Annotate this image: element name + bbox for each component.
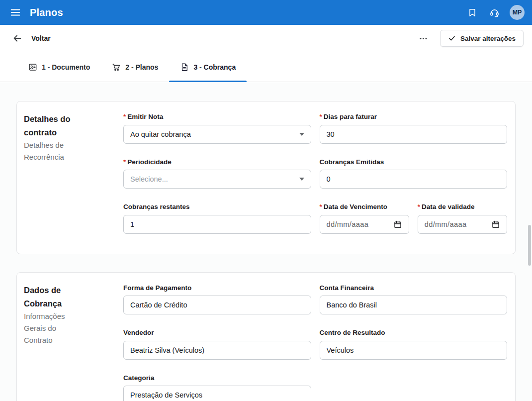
field-label: * Data de validade: [418, 202, 507, 211]
field-label: Cobranças restantes: [123, 202, 311, 211]
card-subtitle: Detalhes de Recorrência: [24, 139, 85, 163]
emitir-nota-select[interactable]: Ao quitar cobrança: [123, 125, 311, 144]
back-label: Voltar: [31, 34, 51, 42]
tab-cobranca[interactable]: 3 - Cobrança: [169, 52, 247, 82]
dropdown-arrow-icon: [299, 133, 304, 136]
calendar-icon[interactable]: [491, 220, 500, 229]
field-label: Forma de Pagamento: [123, 284, 311, 293]
categoria-input[interactable]: [123, 386, 311, 401]
required-marker: *: [123, 112, 126, 121]
contact-card-icon: [28, 63, 37, 72]
data-validade-input[interactable]: dd/mm/aaaa: [418, 215, 507, 234]
forma-pagamento-input[interactable]: [123, 296, 311, 314]
field-forma-pagamento: Forma de Pagamento: [123, 284, 311, 315]
field-label: * Data de Vencimento: [320, 202, 409, 211]
date-placeholder: dd/mm/aaaa: [425, 220, 467, 228]
menu-icon[interactable]: [8, 5, 23, 20]
card-title: Detalhes do contrato: [24, 112, 85, 139]
field-data-vencimento: * Data de Vencimento dd/mm/aaaa: [320, 202, 409, 234]
vendedor-input[interactable]: [123, 341, 311, 360]
back-button[interactable]: Voltar: [10, 31, 51, 46]
cobrancas-restantes-input[interactable]: [123, 215, 311, 234]
app-bar: Planos MP: [0, 0, 532, 25]
cobrancas-emitidas-input[interactable]: [320, 170, 508, 189]
page-title: Planos: [30, 7, 63, 18]
field-label: Categoria: [123, 374, 311, 383]
field-cobrancas-restantes: Cobranças restantes: [123, 202, 311, 234]
contract-details-card: Detalhes do contrato Detalhes de Recorrê…: [16, 101, 516, 254]
card-side: Dados de Cobrança Informações Gerais do …: [24, 284, 123, 401]
field-categoria: Categoria: [123, 374, 311, 401]
avatar[interactable]: MP: [510, 5, 525, 20]
field-periodicidade: * Periodicidade Selecione...: [123, 158, 311, 189]
appbar-actions: MP: [465, 5, 525, 20]
toolbar: Voltar Salvar alterações: [0, 25, 532, 52]
data-vencimento-input[interactable]: dd/mm/aaaa: [320, 215, 409, 234]
card-title: Dados de Cobrança: [24, 284, 85, 310]
billing-data-card: Dados de Cobrança Informações Gerais do …: [16, 272, 516, 401]
required-marker: *: [320, 202, 322, 211]
empty-cell: [320, 374, 508, 401]
dias-para-faturar-input[interactable]: [320, 125, 508, 144]
required-marker: *: [418, 202, 420, 211]
document-icon: [180, 63, 189, 72]
save-button-label: Salvar alterações: [460, 35, 516, 42]
field-cobrancas-emitidas: Cobranças Emitidas: [320, 158, 508, 189]
field-label: * Periodicidade: [123, 158, 311, 167]
select-placeholder: Selecione...: [130, 175, 168, 183]
shopping-cart-icon: [112, 63, 121, 72]
field-conta-financeira: Conta Financeira: [320, 284, 508, 315]
card-form: Forma de Pagamento Conta Financeira Vend…: [123, 284, 507, 401]
required-marker: *: [320, 112, 322, 121]
card-side: Detalhes do contrato Detalhes de Recorrê…: [24, 112, 123, 234]
arrow-left-icon: [10, 31, 25, 46]
field-label: Centro de Resultado: [320, 328, 508, 337]
tab-label: 3 - Cobrança: [193, 63, 236, 71]
date-pair: * Data de Vencimento dd/mm/aaaa * Data d…: [320, 202, 508, 234]
check-icon: [448, 34, 456, 42]
field-label: Cobranças Emitidas: [320, 158, 508, 167]
calendar-icon[interactable]: [393, 220, 402, 229]
field-label: * Dias para faturar: [320, 112, 508, 121]
dropdown-arrow-icon: [299, 178, 304, 181]
tab-label: 2 - Planos: [125, 63, 158, 71]
field-dias-para-faturar: * Dias para faturar: [320, 112, 508, 144]
date-placeholder: dd/mm/aaaa: [327, 220, 369, 228]
field-centro-resultado: Centro de Resultado: [320, 328, 508, 360]
field-label: * Emitir Nota: [123, 112, 311, 121]
support-headset-icon[interactable]: [487, 5, 502, 20]
tab-bar: 1 - Documento 2 - Planos 3 - Cobrança: [0, 52, 532, 82]
more-options-icon[interactable]: [417, 32, 430, 45]
field-emitir-nota: * Emitir Nota Ao quitar cobrança: [123, 112, 311, 144]
field-data-validade: * Data de validade dd/mm/aaaa: [418, 202, 507, 234]
required-marker: *: [123, 158, 126, 167]
scrollbar[interactable]: [528, 225, 531, 266]
toolbar-actions: Salvar alterações: [417, 30, 524, 47]
tab-label: 1 - Documento: [42, 63, 90, 71]
bookmark-icon[interactable]: [465, 5, 479, 19]
tab-documento[interactable]: 1 - Documento: [17, 52, 101, 82]
card-form: * Emitir Nota Ao quitar cobrança * Dias …: [123, 112, 507, 234]
tab-planos[interactable]: 2 - Planos: [101, 52, 169, 82]
field-label: Conta Financeira: [320, 284, 508, 293]
field-vendedor: Vendedor: [123, 328, 311, 360]
centro-resultado-input[interactable]: [320, 341, 508, 360]
card-subtitle: Informações Gerais do Contrato: [24, 310, 85, 346]
save-button[interactable]: Salvar alterações: [440, 30, 524, 47]
main-content: Detalhes do contrato Detalhes de Recorrê…: [0, 82, 532, 401]
conta-financeira-input[interactable]: [320, 296, 508, 314]
periodicidade-select[interactable]: Selecione...: [123, 170, 311, 189]
select-value: Ao quitar cobrança: [130, 130, 191, 138]
field-label: Vendedor: [123, 328, 311, 337]
